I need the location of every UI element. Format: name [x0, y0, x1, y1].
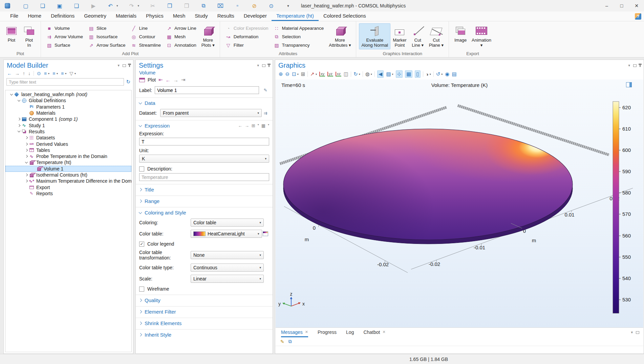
- save-icon[interactable]: ▣: [56, 3, 63, 9]
- coloring-select[interactable]: Color table▾: [191, 219, 264, 227]
- cut-line-button[interactable]: Cut Line ▾: [409, 23, 427, 49]
- tab-materials[interactable]: Materials: [111, 12, 141, 21]
- wireframe-checkbox[interactable]: [139, 287, 144, 292]
- update-dropdown-icon[interactable]: ▾: [441, 73, 443, 76]
- expand-dropdown-icon[interactable]: ▾: [57, 72, 58, 75]
- float-panel-icon[interactable]: [123, 64, 126, 67]
- chevron-right-icon[interactable]: [24, 174, 29, 176]
- settings-plot-button[interactable]: Plot: [148, 77, 156, 83]
- tab-study[interactable]: Study: [190, 12, 212, 21]
- color-table-list-icon[interactable]: [262, 230, 269, 237]
- appearance-dropdown-icon[interactable]: ▾: [430, 73, 431, 76]
- pin-panel-icon[interactable]: [129, 64, 130, 67]
- first-plot-icon[interactable]: ⇤: [158, 77, 163, 83]
- zoom-extents-icon[interactable]: ⊞: [301, 71, 305, 77]
- node-order-icon[interactable]: ≡: [61, 71, 64, 76]
- close-tab-icon[interactable]: ✕: [305, 330, 308, 334]
- tree-item-datasets[interactable]: Datasets: [5, 135, 131, 141]
- wafer-disk[interactable]: [283, 129, 573, 244]
- add-plot-mesh[interactable]: ▦Mesh: [164, 33, 199, 41]
- section-quality-header[interactable]: Quality: [139, 297, 269, 303]
- add-plot-surface[interactable]: ▧Surface: [44, 41, 86, 49]
- evaluate-along-normal-button[interactable]: Evaluate Along Normal: [359, 23, 390, 49]
- tab-messages[interactable]: Messages✕: [281, 328, 308, 337]
- add-plot-volume[interactable]: ■Volume: [44, 24, 86, 32]
- attr-filter[interactable]: ▽Filter: [223, 41, 271, 49]
- zoom-in-icon[interactable]: ⊕: [279, 71, 283, 77]
- add-plot-line[interactable]: ╱Line: [128, 24, 164, 32]
- color-legend-checkbox[interactable]: ✓: [139, 242, 144, 247]
- tree-item-export[interactable]: Export: [5, 184, 131, 190]
- view-xy-icon[interactable]: xy: [319, 72, 325, 76]
- section-inherit-style-header[interactable]: Inherit Style: [139, 332, 269, 338]
- chevron-right-icon[interactable]: [16, 118, 22, 120]
- update-icon[interactable]: ↺: [436, 71, 441, 77]
- add-plot-slice[interactable]: ▤Slice: [86, 24, 128, 32]
- section-title-header[interactable]: Title: [139, 187, 269, 192]
- animation-button[interactable]: Animation▾: [469, 23, 494, 49]
- panel-menu-icon[interactable]: ▾: [257, 63, 259, 68]
- tree-item-reports[interactable]: ✎Reports: [5, 190, 131, 197]
- panel-menu-icon[interactable]: ▾: [117, 63, 120, 68]
- tab-geometry[interactable]: Geometry: [79, 12, 111, 21]
- zoom-out-icon[interactable]: ⊖: [285, 71, 290, 77]
- tab-file[interactable]: File: [5, 12, 23, 21]
- tab-developer[interactable]: Developer: [239, 12, 272, 21]
- panel-menu-icon[interactable]: ▾: [628, 63, 630, 68]
- undo-icon[interactable]: ↶: [107, 3, 114, 9]
- previous-plot-icon[interactable]: ←: [166, 77, 171, 83]
- collapse-dropdown-icon[interactable]: ▾: [48, 72, 49, 75]
- sound-button[interactable]: ◀▾: [377, 70, 384, 78]
- find-icon[interactable]: ⊙: [268, 3, 275, 9]
- tab-home[interactable]: Home: [23, 12, 46, 21]
- show-legend-toggle[interactable]: ▯: [415, 70, 420, 78]
- default-view-dropdown-icon[interactable]: ▾: [316, 73, 317, 76]
- chevron-down-icon[interactable]: [9, 94, 14, 95]
- show-icon[interactable]: ⊙: [37, 71, 41, 76]
- chevron-right-icon[interactable]: [24, 149, 29, 151]
- color-table-select[interactable]: HeatCameraLight▾: [191, 230, 262, 238]
- tree-item-parameters-1[interactable]: PiParameters 1: [5, 104, 131, 110]
- tab-progress[interactable]: Progress: [318, 328, 337, 337]
- attr-deformation[interactable]: ↝Deformation: [223, 33, 271, 41]
- section-shrink-elements-header[interactable]: Shrink Elements: [139, 320, 269, 326]
- chevron-right-icon[interactable]: [24, 137, 29, 139]
- panel-menu-icon[interactable]: ▾: [631, 330, 633, 335]
- tree-item-study-1[interactable]: ∿Study 1: [5, 122, 131, 128]
- tab-temperature-ht[interactable]: Temperature (ht): [272, 12, 319, 21]
- plot-in-button[interactable]: Plot In: [20, 23, 38, 49]
- next-expression-icon[interactable]: →: [245, 123, 249, 128]
- color-table-transformation-select[interactable]: None▾: [191, 251, 264, 259]
- chevron-right-icon[interactable]: [24, 143, 29, 145]
- select-box-icon[interactable]: ▫: [234, 3, 241, 9]
- appearance-icon[interactable]: ◑: [426, 71, 429, 77]
- copy-icon[interactable]: ❐: [166, 3, 173, 9]
- maximize-button[interactable]: □: [614, 0, 629, 12]
- attr-selection[interactable]: ⧉Selection: [271, 33, 327, 41]
- open-file-icon[interactable]: ❏: [39, 3, 46, 9]
- zoom-box-dropdown-icon[interactable]: ▾: [297, 73, 299, 76]
- collapse-all-icon[interactable]: ≡: [44, 71, 47, 76]
- float-panel-icon[interactable]: [262, 64, 265, 67]
- view-xz-icon[interactable]: xz: [336, 72, 341, 76]
- tab-physics[interactable]: Physics: [141, 12, 168, 21]
- section-data-header[interactable]: Data: [139, 100, 269, 106]
- prev-expression-icon[interactable]: ←: [238, 123, 242, 128]
- duplicate-icon[interactable]: ⧉: [200, 3, 207, 9]
- tab-definitions[interactable]: Definitions: [46, 12, 79, 21]
- tab-results[interactable]: Results: [213, 12, 239, 21]
- last-plot-icon[interactable]: ⇥: [181, 77, 186, 83]
- pin-panel-icon[interactable]: [269, 64, 270, 67]
- attr-material-appearance[interactable]: ∷Material Appearance: [271, 24, 327, 32]
- tree-filter-input[interactable]: [6, 78, 124, 86]
- pin-panel-icon[interactable]: [640, 64, 641, 67]
- tree-item-derived-values[interactable]: 8.85Derived Values: [5, 141, 131, 147]
- go-to-source-icon[interactable]: ⇉: [262, 110, 269, 116]
- add-plot-arrow-volume[interactable]: ⇉Arrow Volume: [44, 33, 86, 41]
- more-attributes-button[interactable]: More Attributes ▾: [326, 23, 353, 49]
- rotate-view-icon[interactable]: ↻: [353, 71, 358, 77]
- print-icon[interactable]: ▤: [452, 71, 456, 77]
- add-plot-arrow-line[interactable]: ↗Arrow Line: [164, 24, 199, 32]
- plot-context-icon[interactable]: [626, 82, 632, 87]
- section-element-filter-header[interactable]: Element Filter: [139, 309, 269, 315]
